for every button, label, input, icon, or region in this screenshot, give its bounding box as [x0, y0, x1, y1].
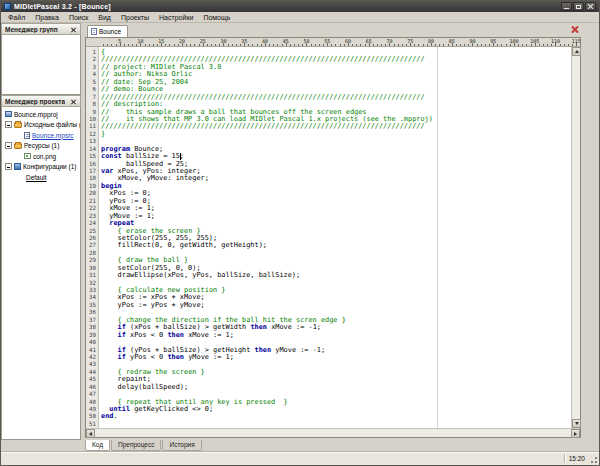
- tab-history[interactable]: История: [162, 440, 201, 451]
- close-button[interactable]: [585, 2, 596, 11]
- code-line[interactable]: // date: Sep 25, 2004: [101, 79, 571, 86]
- tab-label: Bounce: [99, 28, 121, 35]
- line-number: 19: [86, 183, 96, 190]
- ruler: 5101520253035404550556065707580859095100…: [86, 38, 580, 47]
- document-close-icon[interactable]: [570, 25, 579, 34]
- tree-node-resources[interactable]: Ресурсы (1): [2, 141, 80, 152]
- resize-grip[interactable]: [588, 454, 598, 464]
- code-line[interactable]: yMove := 1;: [101, 213, 571, 220]
- line-number: 9: [86, 109, 96, 116]
- scroll-left-button[interactable]: [86, 429, 95, 438]
- code-line[interactable]: ////////////////////////////////////////…: [101, 123, 571, 130]
- code-line[interactable]: until getKeyClicked <> 0;: [101, 406, 571, 413]
- ruler-number: 10: [137, 38, 143, 44]
- source-file-icon: [24, 132, 30, 139]
- line-number: 39: [86, 332, 96, 339]
- code-line[interactable]: xMove := 1;: [101, 205, 571, 212]
- code-editor[interactable]: {///////////////////////////////////////…: [99, 47, 571, 428]
- line-number: 28: [86, 250, 96, 257]
- line-number: 40: [86, 339, 96, 346]
- code-line[interactable]: { redraw the screen }: [101, 369, 571, 376]
- ruler-number: 75: [407, 38, 413, 44]
- tree-root-project[interactable]: Bounce.mpproj: [2, 109, 80, 120]
- menu-view[interactable]: Вид: [93, 13, 116, 22]
- line-number: 2: [86, 56, 96, 63]
- code-line[interactable]: end.: [101, 413, 571, 420]
- line-number: 13: [86, 138, 96, 145]
- arrow-right-icon: [574, 432, 577, 436]
- ruler-number: 50: [303, 38, 309, 44]
- collapse-icon[interactable]: [5, 121, 12, 128]
- code-line[interactable]: xPos := 0;: [101, 190, 571, 197]
- project-panel-close-icon[interactable]: [70, 98, 77, 105]
- groups-panel-body[interactable]: [1, 35, 81, 95]
- code-line[interactable]: xMove, yMove: integer;: [101, 175, 571, 182]
- title-bar: MIDletPascal 3.2 - [Bounce]: [1, 1, 599, 12]
- tree-item-bounce-mpsrc[interactable]: Bounce.mpsrc: [2, 130, 80, 141]
- collapse-icon[interactable]: [5, 163, 12, 170]
- scroll-up-button[interactable]: [572, 47, 581, 56]
- tab-bounce[interactable]: Bounce: [87, 25, 128, 37]
- line-number: 26: [86, 235, 96, 242]
- line-number: 1: [86, 49, 96, 56]
- line-number: 31: [86, 272, 96, 279]
- restore-button[interactable]: [573, 2, 584, 11]
- line-number: 46: [86, 384, 96, 391]
- editor-mode-tabs: Код Препроцесс История: [85, 438, 581, 451]
- code-line[interactable]: if xPos < 0 then xMove := 1;: [101, 332, 571, 339]
- line-number: 14: [86, 146, 96, 153]
- tree-node-configurations[interactable]: Конфигурации (1): [2, 162, 80, 173]
- ruler-number: 95: [490, 38, 496, 44]
- collapse-icon[interactable]: [5, 142, 12, 149]
- close-icon: [587, 3, 594, 10]
- menu-file[interactable]: Файл: [3, 13, 30, 22]
- document-tab-bar: Bounce: [85, 23, 581, 37]
- tree-item-default-config[interactable]: Default: [2, 172, 80, 183]
- line-number: 47: [86, 391, 96, 398]
- main-content: Менеджер групп Менеджер проекта Bounce.m…: [1, 23, 599, 451]
- line-number: 36: [86, 309, 96, 316]
- menu-settings[interactable]: Настройки: [154, 13, 198, 22]
- vertical-scrollbar[interactable]: [571, 47, 580, 428]
- folder-icon: [14, 122, 22, 128]
- line-number: 29: [86, 257, 96, 264]
- ruler-number: 5: [118, 38, 121, 44]
- line-number: 27: [86, 242, 96, 249]
- line-number: 25: [86, 228, 96, 235]
- code-line[interactable]: fillRect(0, 0, getWidth, getHeight);: [101, 242, 571, 249]
- menu-edit[interactable]: Правка: [30, 13, 64, 22]
- menu-search[interactable]: Поиск: [64, 13, 93, 22]
- code-line[interactable]: drawEllipse(xPos, yPos, ballSize, ballSi…: [101, 272, 571, 279]
- scroll-down-button[interactable]: [572, 419, 581, 428]
- status-bar: 15:20: [1, 451, 599, 465]
- code-line[interactable]: yPos := yPos + yMove;: [101, 302, 571, 309]
- tree-node-source-files[interactable]: Исходные файлы (1): [2, 120, 80, 131]
- tab-preprocess[interactable]: Препроцесс: [111, 440, 161, 451]
- line-number: 24: [86, 220, 96, 227]
- code-line[interactable]: ////////////////////////////////////////…: [101, 94, 571, 101]
- groups-panel-close-icon[interactable]: [70, 26, 77, 33]
- horizontal-scrollbar[interactable]: [86, 428, 580, 437]
- ruler-number: 35: [241, 38, 247, 44]
- code-line[interactable]: [101, 421, 571, 428]
- code-line[interactable]: begin: [101, 183, 571, 190]
- line-number: 8: [86, 101, 96, 108]
- line-number: 48: [86, 399, 96, 406]
- folder-icon: [14, 143, 22, 149]
- ruler-number: 70: [386, 38, 392, 44]
- minimize-button[interactable]: [561, 2, 572, 11]
- menu-projects[interactable]: Проекты: [116, 13, 154, 22]
- code-line[interactable]: yPos := 0;: [101, 198, 571, 205]
- ruler-number: 20: [179, 38, 185, 44]
- scroll-right-button[interactable]: [571, 429, 580, 438]
- menu-help[interactable]: Помощь: [198, 13, 235, 22]
- ruler-number: 80: [428, 38, 434, 44]
- tab-code[interactable]: Код: [85, 440, 110, 451]
- code-line[interactable]: if yPos < 0 then yMove := 1;: [101, 354, 571, 361]
- ruler-number: 30: [220, 38, 226, 44]
- code-line[interactable]: }: [101, 131, 571, 138]
- code-line[interactable]: delay(ballSpeed);: [101, 384, 571, 391]
- tree-item-con-png[interactable]: con.png: [2, 151, 80, 162]
- code-line[interactable]: [101, 138, 571, 145]
- app-icon: [4, 3, 11, 10]
